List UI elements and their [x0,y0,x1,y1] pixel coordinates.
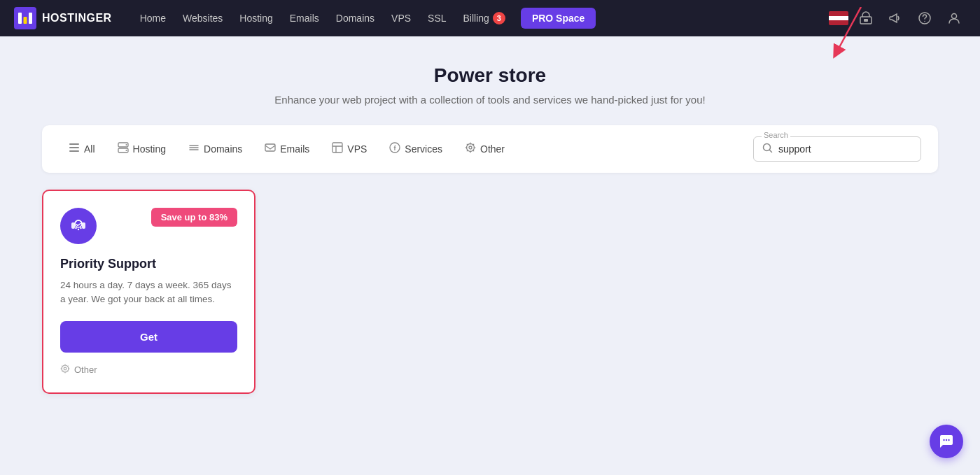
navbar-right [829,6,966,30]
svg-text:f: f [394,145,397,152]
logo-text: HOSTINGER [42,12,112,24]
chat-bubble[interactable] [930,425,963,458]
domains-icon [188,142,200,156]
search-input[interactable] [778,143,904,155]
hosting-icon [118,142,129,156]
svg-rect-18 [332,143,342,153]
nav-hosting[interactable]: Hosting [232,8,279,28]
other-icon [465,142,476,156]
services-icon: f [389,142,400,156]
nav-websites[interactable]: Websites [176,8,230,28]
emails-icon [265,142,276,156]
filter-tab-domains[interactable]: Domains [178,137,252,161]
logo-icon [14,7,36,29]
svg-rect-6 [864,19,868,22]
svg-point-26 [75,227,76,229]
search-container: Search [753,136,921,162]
filter-tab-other-label: Other [480,143,505,155]
category-icon [60,364,70,376]
svg-point-8 [924,21,925,22]
svg-point-9 [952,14,957,19]
svg-point-32 [943,439,944,441]
svg-point-15 [125,144,127,146]
get-button[interactable]: Get [60,321,237,353]
product-grid: Save up to 83% Priority Support 24 hours… [42,190,938,394]
category-label: Other [74,364,97,375]
filter-tab-services-label: Services [405,143,442,155]
filter-tab-all-label: All [84,143,95,155]
svg-point-27 [78,229,79,230]
svg-rect-2 [18,13,22,24]
filter-tab-other[interactable]: Other [455,137,514,161]
product-card-priority-support[interactable]: Save up to 83% Priority Support 24 hours… [42,190,255,394]
filter-tab-vps[interactable]: VPS [322,137,377,161]
svg-rect-24 [71,222,75,229]
search-label: Search [762,131,790,139]
nav-ssl[interactable]: SSL [421,8,453,28]
nav-domains[interactable]: Domains [329,8,382,28]
user-icon-button[interactable] [942,6,966,30]
megaphone-icon-button[interactable] [883,6,907,30]
help-icon-button[interactable] [913,6,937,30]
svg-point-33 [946,439,947,441]
search-icon [762,143,773,155]
main-content: Power store Enhance your web project wit… [28,36,952,408]
filter-tab-vps-label: VPS [347,143,367,155]
filter-bar: All Hosting [42,125,938,173]
filter-tab-domains-label: Domains [204,143,242,155]
product-icon [60,208,97,244]
pro-space-button[interactable]: PRO Space [521,8,596,29]
svg-rect-12 [69,150,79,152]
store-icon-button[interactable] [854,6,878,30]
svg-point-31 [64,367,66,370]
svg-rect-17 [265,144,275,151]
all-icon [69,142,80,156]
nav-vps[interactable]: VPS [384,8,418,28]
filter-tab-all[interactable]: All [59,137,105,161]
search-box [753,136,921,162]
billing-badge: 3 [493,12,505,24]
svg-point-16 [125,150,127,151]
main-nav: Home Websites Hosting Emails Domains VPS… [133,8,818,29]
svg-point-28 [80,227,81,229]
filter-tab-services[interactable]: f Services [379,137,452,161]
nav-billing[interactable]: Billing 3 [456,8,512,29]
svg-rect-11 [69,147,79,148]
navbar: HOSTINGER Home Websites Hosting Emails D… [0,0,980,36]
svg-rect-10 [69,143,79,145]
filter-tab-emails-label: Emails [280,143,309,155]
save-badge: Save up to 83% [151,208,237,227]
logo[interactable]: HOSTINGER [14,7,112,29]
svg-rect-4 [29,13,32,24]
svg-point-22 [469,146,472,149]
nav-emails[interactable]: Emails [283,8,326,28]
filter-tab-emails[interactable]: Emails [255,137,319,161]
svg-point-34 [948,439,949,441]
nav-home[interactable]: Home [133,8,173,28]
product-title: Priority Support [60,257,237,271]
vps-icon [332,142,343,156]
language-flag[interactable] [829,11,848,25]
svg-rect-3 [24,17,27,24]
product-card-header: Save up to 83% [60,208,237,244]
filter-tab-hosting-label: Hosting [133,143,166,155]
product-description: 24 hours a day. 7 days a week. 365 days … [60,278,237,307]
product-category: Other [60,364,237,376]
page-title: Power store [42,64,938,87]
svg-rect-25 [82,222,85,229]
page-subtitle: Enhance your web project with a collecti… [42,94,938,106]
filter-tabs: All Hosting [59,137,514,161]
filter-tab-hosting[interactable]: Hosting [108,137,176,161]
